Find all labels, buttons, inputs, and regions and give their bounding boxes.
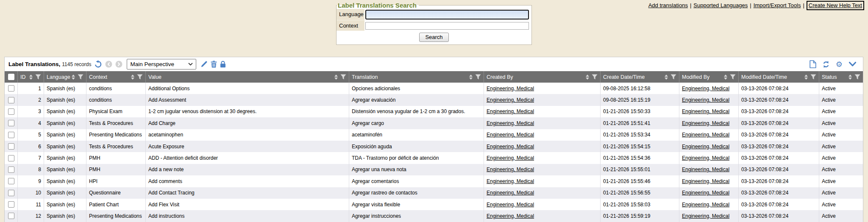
column-header-language[interactable]: Language bbox=[44, 71, 86, 83]
cell-value: Acute Exposure bbox=[145, 141, 349, 152]
edit-icon[interactable] bbox=[200, 61, 208, 68]
row-checkbox[interactable] bbox=[8, 120, 14, 126]
table-row[interactable]: 2Spanish (es)conditionsAdd AssessmentAgr… bbox=[5, 94, 863, 105]
table-row[interactable]: 11Spanish (es)Patient ChartAdd Flex Visi… bbox=[5, 199, 863, 210]
created_by-link[interactable]: Engineering, Medical bbox=[487, 120, 534, 126]
table-row[interactable]: 5Spanish (es)Presenting Medicationsaceta… bbox=[5, 129, 863, 141]
prev-page-icon[interactable] bbox=[105, 61, 112, 68]
created_by-link[interactable]: Engineering, Medical bbox=[487, 97, 534, 103]
column-header-create_dt[interactable]: Create Date/Time bbox=[600, 71, 679, 83]
table-row[interactable]: 12Spanish (es)Presenting MedicationsAdd … bbox=[5, 210, 863, 222]
cell-text-id: 1 bbox=[38, 86, 41, 92]
column-header-status[interactable]: Status bbox=[819, 71, 863, 83]
perspective-select[interactable]: Main Perspective bbox=[127, 59, 196, 69]
sort-icon[interactable] bbox=[469, 75, 473, 80]
sort-icon[interactable] bbox=[586, 75, 589, 80]
modified_by-link[interactable]: Engineering, Medical bbox=[682, 155, 729, 161]
created_by-link[interactable]: Engineering, Medical bbox=[487, 144, 534, 150]
search-button[interactable]: Search bbox=[419, 33, 448, 42]
modified_by-link[interactable]: Engineering, Medical bbox=[682, 120, 729, 126]
filter-icon[interactable] bbox=[810, 74, 816, 80]
modified_by-link[interactable]: Engineering, Medical bbox=[682, 144, 729, 150]
modified_by-link[interactable]: Engineering, Medical bbox=[682, 166, 729, 172]
table-row[interactable]: 6Spanish (es)Tests & ProceduresAcute Exp… bbox=[5, 141, 863, 152]
filter-icon[interactable] bbox=[475, 74, 481, 80]
table-row[interactable]: 10Spanish (es)QuestionnaireAdd Contact T… bbox=[5, 187, 863, 199]
created_by-link[interactable]: Engineering, Medical bbox=[487, 213, 534, 219]
filter-icon[interactable] bbox=[670, 74, 676, 80]
top-link-add-translations[interactable]: Add translations bbox=[648, 2, 688, 8]
lock-icon[interactable] bbox=[220, 61, 226, 68]
sort-icon[interactable] bbox=[131, 75, 134, 80]
modified_by-link[interactable]: Engineering, Medical bbox=[682, 202, 729, 208]
new-record-icon[interactable] bbox=[810, 60, 816, 68]
sort-icon[interactable] bbox=[72, 75, 75, 80]
filter-icon[interactable] bbox=[730, 74, 736, 80]
sort-icon[interactable] bbox=[334, 75, 338, 80]
modified_by-link[interactable]: Engineering, Medical bbox=[682, 97, 729, 103]
created_by-link[interactable]: Engineering, Medical bbox=[487, 108, 534, 114]
filter-icon[interactable] bbox=[592, 74, 598, 80]
column-header-modified_by[interactable]: Modified By bbox=[679, 71, 738, 83]
next-page-icon[interactable] bbox=[115, 61, 122, 68]
created_by-link[interactable]: Engineering, Medical bbox=[487, 155, 534, 161]
language-input[interactable] bbox=[365, 10, 529, 19]
gear-icon[interactable]: ⚙ bbox=[836, 61, 843, 68]
filter-icon[interactable] bbox=[35, 74, 41, 80]
created_by-link[interactable]: Engineering, Medical bbox=[487, 86, 534, 92]
modified_by-link[interactable]: Engineering, Medical bbox=[682, 86, 729, 92]
created_by-link[interactable]: Engineering, Medical bbox=[487, 202, 534, 208]
modified_by-link[interactable]: Engineering, Medical bbox=[682, 213, 729, 219]
row-checkbox[interactable] bbox=[8, 132, 14, 138]
row-checkbox[interactable] bbox=[8, 143, 14, 150]
chevron-down-icon[interactable] bbox=[849, 61, 857, 67]
column-header-translation[interactable]: Translation bbox=[349, 71, 484, 83]
modified_by-link[interactable]: Engineering, Medical bbox=[682, 132, 729, 138]
sort-icon[interactable] bbox=[665, 75, 668, 80]
row-checkbox[interactable] bbox=[8, 97, 14, 103]
column-header-value[interactable]: Value bbox=[145, 71, 349, 83]
column-header-modified_dt[interactable]: Modified Date/Time bbox=[738, 71, 819, 83]
sort-icon[interactable] bbox=[849, 75, 852, 80]
filter-icon[interactable] bbox=[78, 74, 83, 80]
filter-icon[interactable] bbox=[137, 74, 143, 80]
table-row[interactable]: 3Spanish (es)Physical Exam1-2 cm jugular… bbox=[5, 106, 863, 117]
filter-icon[interactable] bbox=[854, 74, 860, 80]
table-row[interactable]: 8Spanish (es)PMHAdd a new noteAgregar un… bbox=[5, 164, 863, 175]
delete-icon[interactable] bbox=[211, 61, 217, 68]
top-link-import-export-tools[interactable]: Import/Export Tools bbox=[754, 2, 801, 8]
row-checkbox[interactable] bbox=[8, 155, 14, 161]
created_by-link[interactable]: Engineering, Medical bbox=[487, 190, 534, 196]
modified_by-link[interactable]: Engineering, Medical bbox=[682, 190, 729, 196]
row-checkbox[interactable] bbox=[8, 201, 14, 208]
sort-icon[interactable] bbox=[29, 75, 33, 80]
filter-icon[interactable] bbox=[340, 74, 346, 80]
refresh-icon[interactable] bbox=[822, 61, 830, 68]
column-header-context[interactable]: Context bbox=[86, 71, 145, 83]
context-input[interactable] bbox=[365, 22, 529, 30]
modified_by-link[interactable]: Engineering, Medical bbox=[682, 178, 729, 184]
row-checkbox[interactable] bbox=[8, 166, 14, 173]
table-row[interactable]: 1Spanish (es)conditionsAdditional Option… bbox=[5, 83, 863, 94]
created_by-link[interactable]: Engineering, Medical bbox=[487, 132, 534, 138]
undo-icon[interactable] bbox=[94, 60, 102, 68]
table-row[interactable]: 4Spanish (es)Tests & ProceduresAdd Charg… bbox=[5, 117, 863, 129]
table-row[interactable]: 9Spanish (es)HPIAdd commentsAgregar come… bbox=[5, 175, 863, 187]
row-checkbox[interactable] bbox=[8, 178, 14, 184]
top-link-supported-languages[interactable]: Supported Languages bbox=[693, 2, 748, 8]
created_by-link[interactable]: Engineering, Medical bbox=[487, 178, 534, 184]
row-checkbox[interactable] bbox=[8, 108, 14, 115]
row-checkbox[interactable] bbox=[8, 85, 14, 92]
column-header-id[interactable]: ID bbox=[17, 71, 44, 83]
table-row[interactable]: 7Spanish (es)PMHADD - Attention deficit … bbox=[5, 152, 863, 164]
modified_by-link[interactable]: Engineering, Medical bbox=[682, 108, 729, 114]
created_by-link[interactable]: Engineering, Medical bbox=[487, 166, 534, 172]
column-header-created_by[interactable]: Created By bbox=[484, 71, 600, 83]
row-checkbox[interactable] bbox=[8, 213, 14, 219]
sort-icon[interactable] bbox=[804, 75, 808, 80]
sort-icon[interactable] bbox=[724, 75, 727, 80]
row-checkbox[interactable] bbox=[8, 190, 14, 196]
top-link-create-new-help-text[interactable]: Create New Help Text bbox=[807, 1, 864, 10]
toolbar-right-icons: ⚙ bbox=[810, 60, 857, 68]
select-all-checkbox[interactable] bbox=[8, 74, 14, 80]
